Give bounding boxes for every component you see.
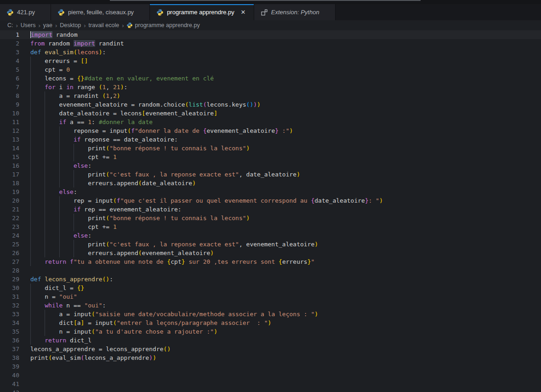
- code-line[interactable]: 17print("c'est faux , la reponse exacte …: [0, 170, 541, 179]
- tab-programme-apprendre-py[interactable]: programme apprendre.py✕: [150, 4, 254, 20]
- indent-guide: [30, 318, 45, 327]
- code-line[interactable]: 34dict[a] = input("entrer la leçons/para…: [0, 318, 541, 327]
- code-token: :: [88, 162, 91, 169]
- code-line[interactable]: 12reponse = input(f"donner la date de {e…: [0, 126, 541, 135]
- code-token: random: [52, 31, 78, 38]
- code-line[interactable]: 7for i in range (1, 21):: [0, 83, 541, 91]
- code-token: reponse == date_aleatoire:: [81, 136, 178, 143]
- indent-guide: [30, 231, 45, 240]
- code-line[interactable]: 19else:: [0, 187, 541, 196]
- line-number: 11: [0, 118, 19, 126]
- code-line[interactable]: 32while n == "oui":: [0, 301, 541, 310]
- breadcrumb-item[interactable]: yae: [43, 22, 53, 28]
- code-line[interactable]: 18erreurs.append(date_aleatoire): [0, 179, 541, 187]
- code-line[interactable]: 27return f"tu a obtenue une note de {cpt…: [0, 257, 541, 266]
- code-line[interactable]: 14print("bonne réponse ! tu connais la l…: [0, 144, 541, 153]
- line-number: 10: [0, 109, 19, 118]
- code-line[interactable]: 42: [0, 388, 541, 392]
- breadcrumb-item[interactable]: travail ecole: [88, 22, 120, 28]
- code-line[interactable]: 29def lecons_apprendre():: [0, 275, 541, 284]
- indent-guide: [59, 161, 74, 170]
- code-token: n = input: [59, 328, 91, 335]
- code-line[interactable]: 1import random: [0, 30, 541, 39]
- code-line[interactable]: 21if rep == evenement_aleatoire:: [0, 205, 541, 214]
- code-text: erreurs.append(date_aleatoire): [30, 179, 196, 187]
- line-number: 21: [0, 205, 19, 214]
- code-token: :: [109, 276, 113, 283]
- code-token: lecons =: [45, 75, 77, 82]
- line-number: 17: [0, 170, 19, 179]
- code-text: erreurs = []: [30, 57, 88, 65]
- code-token: f: [117, 197, 120, 204]
- code-line[interactable]: 37lecons_a_apprendre = lecons_apprendre(…: [0, 345, 541, 353]
- line-number: 12: [0, 126, 19, 135]
- code-line[interactable]: 25print("c'est faux , la reponse exacte …: [0, 240, 541, 249]
- code-token: lecons_a_apprendre: [84, 354, 149, 361]
- code-token: list: [188, 101, 203, 108]
- close-icon[interactable]: ✕: [239, 8, 247, 17]
- code-text: reponse = input(f"donner la date de {eve…: [30, 126, 293, 135]
- code-line[interactable]: 8a = randint (1,2): [0, 91, 541, 100]
- code-line[interactable]: 4erreurs = []: [0, 57, 541, 65]
- code-token: evenement_aleatoire = random.choice: [59, 101, 185, 108]
- code-token: {: [203, 127, 207, 134]
- code-line[interactable]: 9evenement_aleatoire = random.choice(lis…: [0, 100, 541, 109]
- code-text: while n == "oui":: [30, 301, 106, 310]
- indent-guide: [45, 310, 59, 318]
- tab-421-py[interactable]: 421.py: [0, 4, 51, 20]
- code-line[interactable]: 40: [0, 371, 541, 380]
- code-line[interactable]: 33a = input("saisie une date/vocabulaire…: [0, 310, 541, 318]
- code-line[interactable]: 36return dict_l: [0, 336, 541, 345]
- code-line[interactable]: 16else:: [0, 161, 541, 170]
- code-token: lecons_apprendre: [45, 276, 102, 283]
- code-line[interactable]: 15cpt += 1: [0, 153, 541, 161]
- code-line[interactable]: 2from random import randint: [0, 39, 541, 48]
- code-line[interactable]: 13if reponse == date_aleatoire:: [0, 135, 541, 144]
- indent-guide: [74, 222, 88, 231]
- code-line[interactable]: 23cpt += 1: [0, 222, 541, 231]
- code-line[interactable]: 3def eval_sim(lecons):: [0, 48, 541, 57]
- line-number: 23: [0, 222, 19, 231]
- code-token: import: [74, 40, 95, 47]
- code-line[interactable]: 22print("bonne réponse ! tu connais la l…: [0, 214, 541, 222]
- tab-pierre-feuille-ciseaux-py[interactable]: pierre, feuille, ciseaux.py: [51, 4, 150, 20]
- code-line[interactable]: 41: [0, 380, 541, 388]
- code-line[interactable]: 30dict_l = {}: [0, 284, 541, 292]
- indent-guide: [45, 249, 59, 257]
- code-token: ): [99, 49, 103, 56]
- code-token: print: [88, 145, 106, 152]
- code-token: sur 20 ,tes erreurs sont: [185, 258, 279, 265]
- code-token: }: [308, 258, 311, 265]
- code-token: n =: [45, 293, 59, 300]
- indent-guide: [74, 249, 88, 257]
- code-token: 21: [113, 84, 120, 91]
- code-token: date_aleatoire: [142, 180, 193, 187]
- code-line[interactable]: 26erreurs.append(evenement_aleatoire): [0, 249, 541, 257]
- chevron-right-icon: ›: [84, 22, 85, 29]
- code-token: f: [131, 127, 135, 134]
- breadcrumb-item[interactable]: Desktop: [59, 22, 81, 28]
- code-line[interactable]: 5cpt = 0: [0, 65, 541, 74]
- code-line[interactable]: 20rep = input(f"que c'est il passer ou q…: [0, 196, 541, 205]
- code-token: ): [153, 354, 156, 361]
- code-token: ): [246, 145, 250, 152]
- code-line[interactable]: 10date_aleatoire = lecons[evenement_alea…: [0, 109, 541, 118]
- code-line[interactable]: 39: [0, 362, 541, 371]
- code-line[interactable]: 11if a == 1: #donner la date: [0, 118, 541, 126]
- breadcrumb-file[interactable]: programme apprendre.py: [126, 22, 200, 28]
- code-text: n = "oui": [30, 292, 77, 301]
- code-line[interactable]: 31n = "oui": [0, 292, 541, 301]
- code-line[interactable]: 6lecons = {}#date en en valeur, evenemen…: [0, 74, 541, 83]
- code-line[interactable]: 38print(eval_sim(lecons_a_apprendre)): [0, 353, 541, 362]
- editor[interactable]: 1import random2from random import randin…: [0, 30, 541, 392]
- breadcrumb-item[interactable]: Users: [20, 22, 36, 28]
- indent-guide: [45, 161, 59, 170]
- breadcrumb-item[interactable]: C:: [7, 22, 14, 28]
- code-token: ): [379, 197, 383, 204]
- code-text: if rep == evenement_aleatoire:: [30, 205, 182, 214]
- code-line[interactable]: 28: [0, 266, 541, 275]
- tab-extension-python[interactable]: Extension: Python: [254, 4, 336, 20]
- code-token: "saisie une date/vocabulaire/methode ass…: [95, 311, 314, 318]
- code-line[interactable]: 35n = input("a tu d'autre chose a rajout…: [0, 327, 541, 336]
- code-line[interactable]: 24else:: [0, 231, 541, 240]
